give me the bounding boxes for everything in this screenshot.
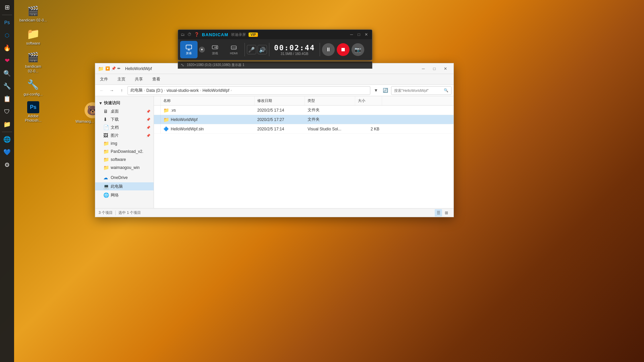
nav-up-btn[interactable]: ↑ [117,86,126,95]
bandicam-vip-badge: VIP [249,33,258,37]
sidebar-item-software[interactable]: 📁 software [95,156,154,164]
bandicam-stop-btn[interactable]: ⏹ [337,43,350,56]
sidebar-item-pandownload[interactable]: 📁 PanDownload_v2. [95,147,154,156]
explorer-minimize-btn[interactable]: ─ [418,64,429,73]
search-input[interactable] [394,88,442,93]
path-segment-pc[interactable]: 此电脑 [130,87,143,93]
quick-icon2[interactable]: 📌 [111,66,116,71]
quick-access-header[interactable]: ▼ 快速访问 [95,99,154,107]
taskbar-icon8[interactable]: 🛡 [1,106,13,118]
view-btn-tiles[interactable]: ⊞ [443,209,450,217]
taskbar-icon9[interactable]: 📁 [1,118,13,130]
separator3 [320,43,320,56]
explorer-maximize-btn[interactable]: □ [429,64,440,73]
ribbon-tab-file[interactable]: 文件 [95,74,113,84]
col-header-date[interactable]: 修改日期 [255,96,305,105]
taskbar-icon4[interactable]: ❤ [1,55,13,67]
file-list: 📁 .vs 2020/2/5 17:14 文件夹 📁 HelloWorldWpf [154,106,453,208]
sidebar-item-img[interactable]: 📁 img [95,139,154,147]
desktop-pin-icon: 📌 [146,110,150,113]
view-btn-details[interactable]: ☰ [435,209,442,217]
explorer-window-icon: 📁 [98,66,103,71]
bandicam-minimize-btn[interactable]: ─ [348,32,355,38]
file-row-hellowpf[interactable]: 📁 HelloWorldWpf 2020/2/5 17:27 文件夹 [154,115,453,124]
infobar-resize-icon: ⤡ [181,63,184,67]
taskbar-icon5[interactable]: 🔍 [1,67,13,79]
taskbar-vscode2[interactable]: 💙 [1,146,13,158]
nav-back-btn[interactable]: ← [97,86,106,95]
taskbar-photoshop[interactable]: Ps [1,16,13,28]
bandicam-titlebar: 🗂 ⏱ ❓ BANDICAM 班迪录屏 VIP ─ □ ✕ [178,30,372,39]
taskbar-start[interactable]: ⊞ [1,1,13,13]
address-dropdown-btn[interactable]: ▼ [372,86,380,95]
bandicam-maximize-btn[interactable]: □ [356,32,362,38]
col-header-name[interactable]: 名称 [161,96,255,105]
file-list-header: 名称 修改日期 类型 大小 [154,96,453,106]
path-segment-vswork[interactable]: visual-studio-work [166,88,199,93]
taskbar-icon3[interactable]: 🔥 [1,42,13,54]
quick-icon1[interactable]: 🔽 [105,66,110,71]
taskbar-icon6[interactable]: 🔧 [1,80,13,92]
desktop-icon-bandicam2[interactable]: 🎬 bandicam02-0... [18,49,48,74]
bandicam-game-mode-btn[interactable]: 游戏 [206,41,224,58]
ribbon-tab-share[interactable]: 共享 [130,74,148,84]
bandicam-pause-btn[interactable]: ⏸ [322,43,335,56]
address-path[interactable]: 此电脑 › Data (D:) › visual-studio-work › H… [127,86,370,95]
sidebar-item-waimaogou[interactable]: 📁 waimaogou_win [95,164,154,172]
col-header-type[interactable]: 类型 [305,96,355,105]
sidebar-item-thispc[interactable]: 💻 此电脑 [95,182,154,190]
taskbar-icon10[interactable]: 🌐 [1,133,13,145]
quick-access-label: 快速访问 [104,100,120,106]
sidebar-item-documents[interactable]: 📄 文档 📌 [95,123,154,131]
bandicam-camera-icon[interactable]: ⏱ [187,32,192,37]
screen-dropdown-btn[interactable]: ▼ [199,47,205,53]
bandicam-question-icon[interactable]: ❓ [194,32,199,37]
thispc-icon: 💻 [103,184,109,189]
path-segment-hellowpf[interactable]: HelloWorldWpf [203,88,229,93]
bandicam-screenshot-btn[interactable]: 📷 [352,43,364,56]
bandicam-hdmi-mode-btn[interactable]: HDMI HDMI [225,41,243,58]
bandicam-screen-mode-btn[interactable]: 屏幕 [180,41,198,58]
sidebar-item-pictures[interactable]: 🖼 图片 📌 [95,131,154,139]
explorer-close-btn[interactable]: ✕ [440,64,451,73]
file-cell-sln-type: Visual Studio Sol... [305,124,355,133]
svg-text:HDMI: HDMI [232,47,236,49]
bandicam-close-btn[interactable]: ✕ [363,32,369,38]
desktop-icon-guiconfig[interactable]: 🔧 gui-config... [18,77,48,98]
sidebar-item-onedrive[interactable]: ☁ OneDrive [95,174,154,182]
bandicam2-icon: 🎬 [26,50,40,64]
refresh-btn[interactable]: 🔄 [381,86,390,95]
pictures-icon: 🖼 [103,133,109,138]
file-row-sln[interactable]: 🔷 HelloWorldWpf.sln 2020/2/5 17:14 Visua… [154,124,453,134]
file-row-vs[interactable]: 📁 .vs 2020/2/5 17:14 文件夹 [154,106,453,115]
taskbar-vscode[interactable]: ⬡ [1,29,13,41]
hellowpf-name-text: HelloWorldWpf [171,117,198,122]
bandicam-body: 屏幕 ▼ 游戏 HDMI HDMI [178,39,372,60]
sidebar-item-desktop[interactable]: 🖥 桌面 📌 [95,107,154,115]
search-icon[interactable]: 🔍 [444,88,448,93]
ribbon-tab-home[interactable]: 主页 [113,74,130,84]
nav-forward-btn[interactable]: → [107,86,116,95]
sidebar-pandownload-label: PanDownload_v2. [111,149,143,154]
sidebar-item-downloads[interactable]: ⬇ 下载 📌 [95,115,154,123]
hdmi-icon: HDMI [230,44,237,51]
row-indent-sln [154,124,161,133]
file-cell-hellowpf-name: 📁 HelloWorldWpf [161,115,255,124]
sidebar-item-network[interactable]: 🌐 网络 [95,191,154,199]
desktop-icon-bandicam[interactable]: 🎬 bandicam 02-0... [18,3,48,24]
onedrive-section: ☁ OneDrive [95,174,154,182]
separator1 [245,43,245,56]
speaker-btn[interactable]: 🔊 [258,45,267,54]
taskbar-icon7[interactable]: 📋 [1,93,13,105]
desktop-icon-software[interactable]: 📁 software [18,26,48,47]
desktop-icon-photoshop[interactable]: Ps AdobePhotosh... [18,100,48,124]
bandicam-file-icon[interactable]: 🗂 [181,32,185,37]
quick-icon3[interactable]: ✏ [117,66,120,71]
ribbon-tab-view[interactable]: 查看 [148,74,165,84]
col-header-size[interactable]: 大小 [355,96,382,105]
path-segment-data[interactable]: Data (D:) [146,88,163,93]
taskbar-icon11[interactable]: ⚙ [1,159,13,171]
search-box[interactable]: 🔍 [391,86,451,95]
mic-btn[interactable]: 🎤 [247,45,256,54]
desktop-folder-icon: 🖥 [103,109,109,114]
